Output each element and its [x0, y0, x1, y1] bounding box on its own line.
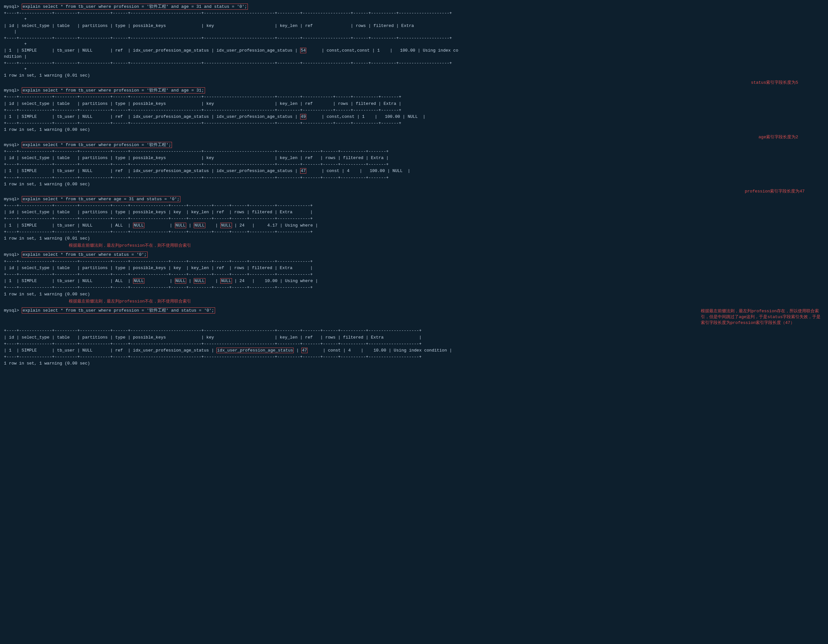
- table-divider-3a: +----+-------------+---------+----------…: [4, 149, 824, 154]
- table-divider-5a: +----+-------------+---------+----------…: [4, 259, 824, 265]
- null-highlight-4b: NULL: [175, 223, 186, 228]
- null-highlight-4a: NULL: [133, 223, 144, 228]
- table-divider-5c: +----+-------------+---------+----------…: [4, 285, 824, 291]
- result-2: 1 row in set, 1 warning (0.00 sec): [4, 127, 824, 133]
- table-divider-6b: +----+-------------+---------+----------…: [4, 341, 824, 347]
- mysql-prompt-3: mysql>: [4, 143, 19, 148]
- table-header-5: | id | select_type | table | partitions …: [4, 265, 824, 271]
- table-divider-4c: +----+-------------+---------+----------…: [4, 229, 824, 235]
- null-highlight-5d: NULL: [220, 278, 232, 284]
- mysql-prompt-6: mysql>: [4, 308, 19, 313]
- sql-query-6: explain select * from tb_user where prof…: [22, 307, 215, 314]
- null-highlight-5b: NULL: [175, 278, 186, 284]
- result-1: 1 row in set, 1 warning (0.01 sec): [4, 73, 824, 79]
- annotation-2: age索引字段长度为2: [759, 134, 798, 140]
- table-divider-5b: +----+-------------+---------+----------…: [4, 272, 824, 278]
- mysql-prompt-4: mysql>: [4, 197, 19, 201]
- null-highlight-4d: NULL: [220, 223, 232, 228]
- table-divider-1b: +----+-------------+---------+----------…: [4, 35, 824, 47]
- query-section-6: mysql> explain select * from tb_user whe…: [4, 308, 824, 367]
- key-len-highlight-3: 47: [300, 168, 307, 174]
- result-3: 1 row in set, 1 warning (0.00 sec): [4, 181, 824, 187]
- prompt-line-6: mysql> explain select * from tb_user whe…: [4, 308, 698, 314]
- table-divider-1a: +----+-------------+---------+----------…: [4, 10, 824, 22]
- table-header-2: | id | select_type | table | partitions …: [4, 101, 824, 107]
- sql-query-4: explain select * from tb_user where age …: [22, 196, 181, 202]
- query-section-3: mysql> explain select * from tb_user whe…: [4, 142, 824, 195]
- result-5: 1 row in set, 1 warning (0.00 sec): [4, 292, 824, 297]
- null-highlight-4c: NULL: [194, 223, 205, 228]
- table-header-4: | id | select_type | table | partitions …: [4, 209, 824, 215]
- key-len-highlight-1: 54: [300, 48, 307, 53]
- table-header-6: | id | select_type | table | partitions …: [4, 335, 824, 341]
- table-divider-2c: +----+-------------+---------+----------…: [4, 121, 824, 126]
- result-6: 1 row in set, 1 warning (0.00 sec): [4, 361, 824, 366]
- sql-query-2: explain select * from tb_user where prof…: [22, 87, 205, 93]
- terminal: mysql> explain select * from tb_user whe…: [3, 3, 825, 370]
- mysql-prompt-1: mysql>: [4, 4, 19, 9]
- table-divider-3c: +----+-------------+---------+----------…: [4, 175, 824, 181]
- table-divider-1c: +----+-------------+---------+----------…: [4, 60, 824, 72]
- annotation-4: 根据最左前缀法则，最左列profession不在，则不使用联合索引: [69, 243, 191, 249]
- table-row-5: | 1 | SIMPLE | tb_user | NULL | ALL | NU…: [4, 278, 824, 284]
- result-4: 1 row in set, 1 warning (0.01 sec): [4, 236, 824, 242]
- table-row-2: | 1 | SIMPLE | tb_user | NULL | ref | id…: [4, 114, 824, 120]
- table-header-1: | id | select_type | table | partitions …: [4, 23, 824, 35]
- query-section-1: mysql> explain select * from tb_user whe…: [4, 4, 824, 86]
- key-len-highlight-2: 49: [300, 114, 307, 119]
- mysql-prompt-2: mysql>: [4, 88, 19, 93]
- table-divider-6c: +----+-------------+---------+----------…: [4, 354, 824, 360]
- annotation-6-right: 根据最左前缀法则，最左列profession存在，所以使用联合索引，但是中间跳过…: [701, 308, 824, 326]
- query-section-2: mysql> explain select * from tb_user whe…: [4, 88, 824, 140]
- table-row-1: | 1 | SIMPLE | tb_user | NULL | ref | id…: [4, 48, 824, 60]
- table-divider-2a: +----+-------------+---------+----------…: [4, 94, 824, 100]
- key-highlight-6: idx_user_profession_age_status: [216, 348, 293, 353]
- query-section-4: mysql> explain select * from tb_user whe…: [4, 196, 824, 250]
- table-divider-4b: +----+-------------+---------+----------…: [4, 216, 824, 222]
- sql-query-1: explain select * from tb_user where prof…: [22, 3, 248, 10]
- table-row-6: | 1 | SIMPLE | tb_user | NULL | ref | id…: [4, 348, 824, 353]
- prompt-line-3: mysql> explain select * from tb_user whe…: [4, 142, 824, 148]
- annotation-5: 根据最左前缀法则，最左列profession不在，则不使用联合索引: [69, 298, 191, 305]
- prompt-line-5: mysql> explain select * from tb_user whe…: [4, 252, 824, 258]
- query-section-5: mysql> explain select * from tb_user whe…: [4, 252, 824, 306]
- table-divider-6a: +----+-------------+---------+----------…: [4, 328, 824, 334]
- table-divider-4a: +----+-------------+---------+----------…: [4, 203, 824, 209]
- annotation-1: status索引字段长度为5: [751, 80, 798, 86]
- null-highlight-5c: NULL: [194, 278, 205, 284]
- mysql-prompt-5: mysql>: [4, 252, 19, 257]
- type-label-1: type: [39, 24, 49, 28]
- table-row-4: | 1 | SIMPLE | tb_user | NULL | ALL | NU…: [4, 223, 824, 229]
- prompt-line-2: mysql> explain select * from tb_user whe…: [4, 88, 824, 93]
- prompt-line-4: mysql> explain select * from tb_user whe…: [4, 196, 824, 202]
- table-header-3: | id | select_type | table | partitions …: [4, 155, 824, 161]
- prompt-line-1: mysql> explain select * from tb_user whe…: [4, 4, 824, 10]
- sql-query-5: explain select * from tb_user where stat…: [22, 251, 147, 258]
- type-col-1: type: [115, 24, 125, 28]
- table-row-3: | 1 | SIMPLE | tb_user | NULL | ref | id…: [4, 168, 824, 174]
- sql-query-3: explain select * from tb_user where prof…: [22, 142, 172, 148]
- annotation-3: profession索引字段长度为47: [745, 188, 804, 195]
- table-divider-2b: +----+-------------+---------+----------…: [4, 107, 824, 113]
- key-len-highlight-6: 47: [301, 348, 308, 353]
- table-divider-3b: +----+-------------+---------+----------…: [4, 162, 824, 168]
- null-highlight-5a: NULL: [133, 278, 144, 284]
